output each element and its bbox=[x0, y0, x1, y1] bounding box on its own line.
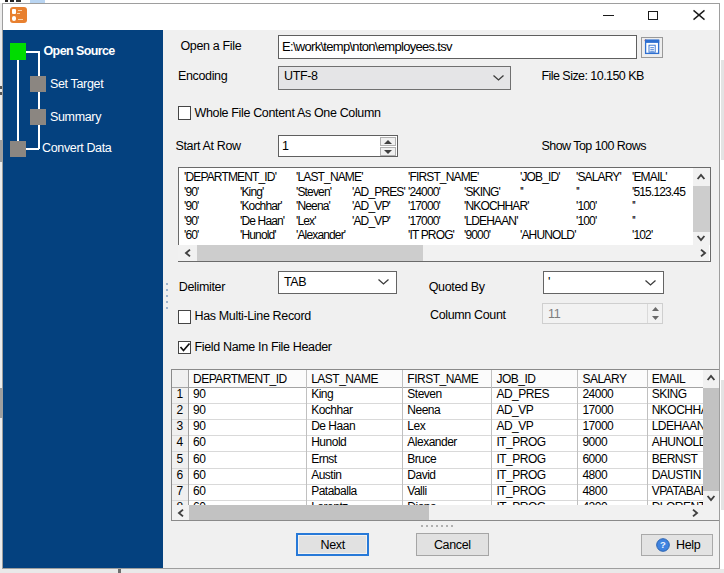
svg-text:?: ? bbox=[660, 539, 666, 550]
